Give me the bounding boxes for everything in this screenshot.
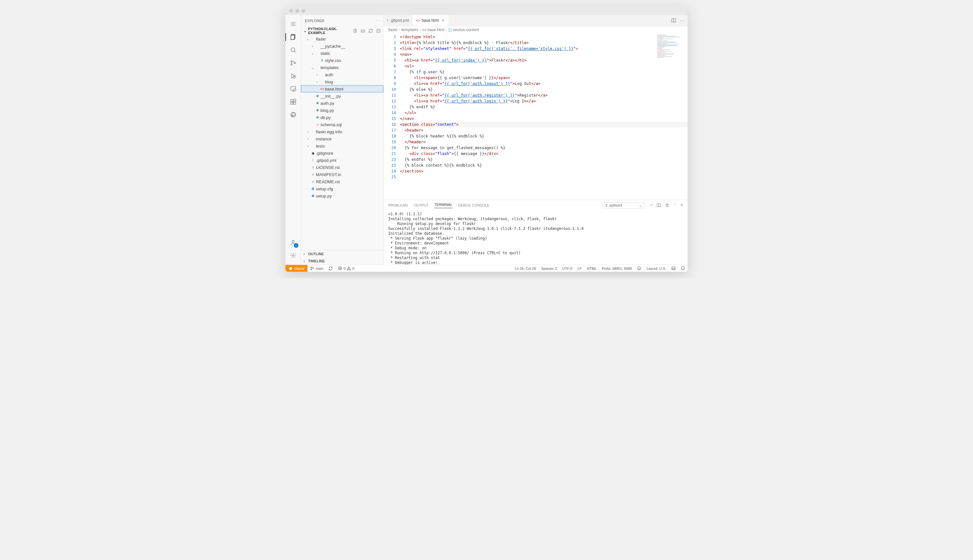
file-item[interactable]: ❖blog.py [301, 107, 383, 114]
editor-tab[interactable]: !.gitpod.yml [384, 15, 413, 26]
collapse-icon[interactable] [376, 28, 381, 33]
file-item[interactable]: ❖db.py [301, 114, 383, 121]
file-item[interactable]: #style.css [301, 57, 383, 64]
sync-indicator[interactable] [326, 266, 335, 270]
breadcrumb-item[interactable]: flaskr [388, 28, 398, 32]
chevron-down-icon: ⌄ [303, 29, 308, 33]
timeline-section[interactable]: › TIMELINE [301, 257, 383, 265]
indentation[interactable]: Spaces: 2 [539, 267, 560, 270]
terminal-output[interactable]: =1.0.0) (1.1.1) Installing collected pac… [384, 210, 688, 265]
breadcrumb-item[interactable]: ◫ section.content [448, 28, 479, 32]
file-item[interactable]: ◆.gitignore [301, 150, 383, 157]
file-item[interactable]: ≡schema.sql [301, 121, 383, 128]
code-editor[interactable]: 1234567891011121314151617181920212223242… [384, 33, 688, 200]
feedback-icon[interactable] [635, 266, 644, 270]
file-item[interactable]: ≡MANIFEST.in [301, 171, 383, 178]
file-tree: ⌄flaskr›__pycache__⌄static#style.css⌄tem… [301, 35, 383, 250]
file-item[interactable]: ≡LICENSE.rst [301, 164, 383, 171]
svg-point-5 [291, 48, 295, 52]
file-item[interactable]: ❖setup.py [301, 192, 383, 199]
svg-line-6 [294, 51, 295, 52]
close-tab-icon[interactable]: × [441, 18, 445, 23]
file-icon: ❖ [315, 94, 320, 98]
close-panel-icon[interactable]: ✕ [680, 203, 683, 208]
file-item[interactable]: ❖auth.py [301, 100, 383, 107]
tree-label: setup.cfg [316, 187, 333, 191]
run-debug-icon[interactable] [285, 69, 301, 82]
maximize-panel-icon[interactable]: ⌃ [673, 203, 676, 208]
gitpod-badge[interactable]: Gitpod [285, 265, 307, 272]
sidebar: EXPLORER ⋯ ⌄ PYTHON-FLASK-EXAMPLE ⌄flask… [301, 15, 384, 265]
terminal-select[interactable]: 1: python3⌄ [603, 202, 645, 208]
file-item[interactable]: <>base.html [301, 85, 383, 92]
code-content[interactable]: <!doctype html><title>{% block title %}{… [400, 33, 688, 200]
settings-gear-icon[interactable] [285, 249, 301, 262]
kill-terminal-icon[interactable] [665, 203, 670, 208]
folder-item[interactable]: ⌄templates [301, 64, 383, 71]
sidebar-more-icon[interactable]: ⋯ [376, 18, 380, 23]
tree-label: MANIFEST.in [316, 172, 341, 177]
new-folder-icon[interactable] [361, 28, 365, 33]
file-icon: ≡ [310, 173, 316, 177]
tree-label: __init__.py [320, 94, 341, 98]
problems-indicator[interactable]: 0 0 [335, 266, 357, 270]
breadcrumb-item[interactable]: templates [402, 28, 418, 32]
branch-indicator[interactable]: main [307, 266, 326, 270]
panel-tab[interactable]: PROBLEMS [388, 203, 408, 207]
svg-point-14 [293, 89, 296, 91]
layout-toggle-icon[interactable] [669, 266, 678, 270]
folder-item[interactable]: ⌄flaskr [301, 35, 383, 42]
explorer-icon[interactable] [285, 30, 301, 43]
breadcrumb[interactable]: flaskr›templates›<> base.html›◫ section.… [384, 26, 688, 33]
accounts-icon[interactable]: 1 [285, 236, 301, 249]
file-item[interactable]: ≡README.rst [301, 178, 383, 185]
window-zoom-dot[interactable] [302, 9, 305, 13]
remote-explorer-icon[interactable] [285, 82, 301, 95]
panel-tab[interactable]: TERMINAL [434, 203, 452, 208]
svg-point-40 [638, 267, 641, 270]
eol[interactable]: LF [575, 267, 585, 270]
ports[interactable]: Ports: 34951, 5000 [599, 267, 635, 270]
file-item[interactable]: !.gitpod.yml [301, 157, 383, 164]
chevron-icon: › [315, 80, 319, 84]
folder-item[interactable]: ›auth [301, 71, 383, 78]
source-control-icon[interactable] [285, 57, 301, 69]
folder-item[interactable]: ›flaskr.egg-info [301, 128, 383, 135]
editor-tab[interactable]: <>base.html× [413, 15, 449, 26]
extensions-icon[interactable] [285, 95, 301, 108]
svg-point-9 [294, 62, 295, 63]
language-mode[interactable]: HTML [585, 267, 599, 270]
tree-label: style.css [325, 58, 341, 63]
file-icon: <> [416, 18, 420, 23]
split-editor-icon[interactable] [671, 18, 676, 23]
window-close-dot[interactable] [289, 9, 293, 13]
refresh-icon[interactable] [368, 28, 373, 33]
folder-item[interactable]: ›blog [301, 78, 383, 85]
minimap[interactable] [655, 33, 688, 200]
folder-item[interactable]: ›tests [301, 142, 383, 150]
github-icon[interactable] [285, 108, 301, 121]
keyboard-layout[interactable]: Layout: U.S. [644, 267, 669, 270]
panel-tab[interactable]: DEBUG CONSOLE [458, 203, 490, 207]
more-actions-icon[interactable]: ⋯ [680, 18, 684, 23]
folder-item[interactable]: ›__pycache__ [301, 42, 383, 50]
search-icon[interactable] [285, 43, 301, 57]
menu-icon[interactable] [285, 18, 301, 30]
file-item[interactable]: ⚙setup.cfg [301, 185, 383, 192]
split-terminal-icon[interactable] [656, 203, 661, 208]
encoding[interactable]: UTF-8 [560, 267, 575, 270]
folder-item[interactable]: ⌄static [301, 50, 383, 57]
tree-label: flaskr.egg-info [316, 129, 342, 134]
folder-item[interactable]: ›instance [301, 135, 383, 142]
new-terminal-icon[interactable]: + [651, 203, 653, 208]
file-item[interactable]: ❖__init__.py [301, 92, 383, 100]
cursor-position[interactable]: Ln 16, Col 26 [512, 267, 538, 270]
tree-label: db.py [320, 115, 331, 120]
panel-tab[interactable]: OUTPUT [414, 203, 428, 207]
breadcrumb-item[interactable]: <> base.html [422, 28, 444, 32]
new-file-icon[interactable] [353, 28, 357, 33]
window-minimize-dot[interactable] [295, 9, 299, 13]
outline-section[interactable]: › OUTLINE [301, 250, 383, 257]
project-header[interactable]: ⌄ PYTHON-FLASK-EXAMPLE [301, 26, 383, 35]
notifications-icon[interactable] [678, 266, 688, 270]
